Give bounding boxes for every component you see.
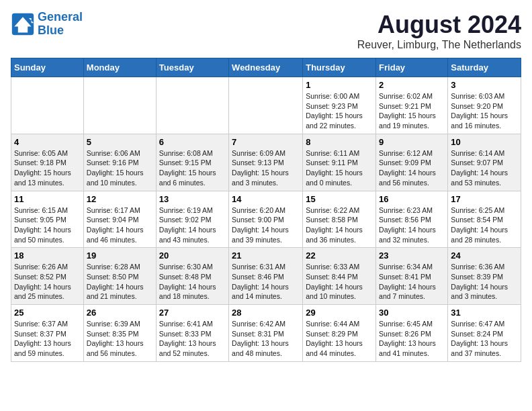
day-number: 26 (87, 308, 153, 318)
day-number: 7 (232, 137, 300, 147)
weekday-header-sunday: Sunday (11, 58, 84, 77)
calendar-cell: 19Sunrise: 6:28 AM Sunset: 8:50 PM Dayli… (83, 248, 156, 305)
day-number: 4 (14, 137, 81, 147)
week-row-3: 11Sunrise: 6:15 AM Sunset: 9:05 PM Dayli… (11, 191, 521, 248)
day-number: 18 (14, 250, 81, 261)
calendar-cell (11, 77, 84, 134)
calendar-cell: 10Sunrise: 6:14 AM Sunset: 9:07 PM Dayli… (448, 134, 521, 191)
calendar-cell: 2Sunrise: 6:02 AM Sunset: 9:21 PM Daylig… (376, 77, 448, 134)
weekday-header-saturday: Saturday (448, 58, 521, 77)
day-info: Sunrise: 6:08 AM Sunset: 9:15 PM Dayligh… (159, 148, 226, 188)
day-info: Sunrise: 6:03 AM Sunset: 9:20 PM Dayligh… (451, 91, 518, 131)
calendar-cell (83, 77, 156, 134)
day-info: Sunrise: 6:36 AM Sunset: 8:39 PM Dayligh… (451, 262, 518, 302)
day-number: 9 (379, 137, 445, 147)
header: General Blue August 2024 Reuver, Limburg… (11, 11, 521, 51)
calendar-cell: 30Sunrise: 6:45 AM Sunset: 8:26 PM Dayli… (376, 305, 448, 362)
day-number: 3 (451, 80, 518, 90)
day-number: 11 (14, 194, 81, 204)
day-info: Sunrise: 6:14 AM Sunset: 9:07 PM Dayligh… (451, 148, 518, 188)
calendar-cell: 4Sunrise: 6:05 AM Sunset: 9:18 PM Daylig… (11, 134, 84, 191)
calendar-cell: 11Sunrise: 6:15 AM Sunset: 9:05 PM Dayli… (11, 191, 84, 248)
day-number: 8 (306, 137, 373, 147)
day-number: 30 (379, 308, 445, 318)
weekday-header-wednesday: Wednesday (229, 58, 303, 77)
day-number: 17 (451, 194, 518, 204)
week-row-1: 1Sunrise: 6:00 AM Sunset: 9:23 PM Daylig… (11, 77, 521, 134)
weekday-header-friday: Friday (376, 58, 448, 77)
day-info: Sunrise: 6:22 AM Sunset: 8:58 PM Dayligh… (306, 205, 373, 245)
day-info: Sunrise: 6:42 AM Sunset: 8:31 PM Dayligh… (232, 319, 300, 359)
day-info: Sunrise: 6:39 AM Sunset: 8:35 PM Dayligh… (87, 319, 153, 359)
day-info: Sunrise: 6:11 AM Sunset: 9:11 PM Dayligh… (306, 148, 373, 188)
calendar-cell: 9Sunrise: 6:12 AM Sunset: 9:09 PM Daylig… (376, 134, 448, 191)
calendar-cell: 17Sunrise: 6:25 AM Sunset: 8:54 PM Dayli… (448, 191, 521, 248)
day-number: 2 (379, 80, 445, 90)
day-info: Sunrise: 6:31 AM Sunset: 8:46 PM Dayligh… (232, 262, 300, 302)
day-number: 13 (159, 194, 226, 204)
day-info: Sunrise: 6:30 AM Sunset: 8:48 PM Dayligh… (159, 262, 226, 302)
weekday-header-row: SundayMondayTuesdayWednesdayThursdayFrid… (11, 58, 521, 77)
calendar-cell: 3Sunrise: 6:03 AM Sunset: 9:20 PM Daylig… (448, 77, 521, 134)
calendar-cell: 5Sunrise: 6:06 AM Sunset: 9:16 PM Daylig… (83, 134, 156, 191)
month-title: August 2024 (357, 11, 521, 39)
title-area: August 2024 Reuver, Limburg, The Netherl… (357, 11, 521, 51)
location-title: Reuver, Limburg, The Netherlands (357, 39, 521, 51)
calendar-cell: 7Sunrise: 6:09 AM Sunset: 9:13 PM Daylig… (229, 134, 303, 191)
calendar-cell: 6Sunrise: 6:08 AM Sunset: 9:15 PM Daylig… (156, 134, 228, 191)
calendar-cell: 26Sunrise: 6:39 AM Sunset: 8:35 PM Dayli… (83, 305, 156, 362)
calendar-cell: 29Sunrise: 6:44 AM Sunset: 8:29 PM Dayli… (303, 305, 376, 362)
calendar-cell: 25Sunrise: 6:37 AM Sunset: 8:37 PM Dayli… (11, 305, 84, 362)
day-number: 21 (232, 250, 300, 261)
calendar-cell (156, 77, 228, 134)
logo: General Blue (11, 11, 83, 38)
week-row-5: 25Sunrise: 6:37 AM Sunset: 8:37 PM Dayli… (11, 305, 521, 362)
day-number: 23 (379, 250, 445, 261)
day-number: 20 (159, 250, 226, 261)
day-info: Sunrise: 6:09 AM Sunset: 9:13 PM Dayligh… (232, 148, 300, 188)
calendar-cell: 21Sunrise: 6:31 AM Sunset: 8:46 PM Dayli… (229, 248, 303, 305)
logo-text: General Blue (38, 11, 83, 38)
calendar-cell: 31Sunrise: 6:47 AM Sunset: 8:24 PM Dayli… (448, 305, 521, 362)
calendar-cell: 24Sunrise: 6:36 AM Sunset: 8:39 PM Dayli… (448, 248, 521, 305)
day-info: Sunrise: 6:02 AM Sunset: 9:21 PM Dayligh… (379, 91, 445, 131)
calendar-cell: 8Sunrise: 6:11 AM Sunset: 9:11 PM Daylig… (303, 134, 376, 191)
weekday-header-tuesday: Tuesday (156, 58, 228, 77)
day-info: Sunrise: 6:34 AM Sunset: 8:41 PM Dayligh… (379, 262, 445, 302)
day-info: Sunrise: 6:33 AM Sunset: 8:44 PM Dayligh… (306, 262, 373, 302)
day-info: Sunrise: 6:12 AM Sunset: 9:09 PM Dayligh… (379, 148, 445, 188)
day-info: Sunrise: 6:41 AM Sunset: 8:33 PM Dayligh… (159, 319, 226, 359)
weekday-header-thursday: Thursday (303, 58, 376, 77)
calendar-cell: 15Sunrise: 6:22 AM Sunset: 8:58 PM Dayli… (303, 191, 376, 248)
calendar-cell: 18Sunrise: 6:26 AM Sunset: 8:52 PM Dayli… (11, 248, 84, 305)
calendar-cell: 27Sunrise: 6:41 AM Sunset: 8:33 PM Dayli… (156, 305, 228, 362)
day-number: 22 (306, 250, 373, 261)
day-info: Sunrise: 6:00 AM Sunset: 9:23 PM Dayligh… (306, 91, 373, 131)
logo-icon (11, 12, 35, 36)
calendar-cell: 14Sunrise: 6:20 AM Sunset: 9:00 PM Dayli… (229, 191, 303, 248)
day-number: 27 (159, 308, 226, 318)
day-number: 29 (306, 308, 373, 318)
weekday-header-monday: Monday (83, 58, 156, 77)
day-info: Sunrise: 6:25 AM Sunset: 8:54 PM Dayligh… (451, 205, 518, 245)
day-info: Sunrise: 6:17 AM Sunset: 9:04 PM Dayligh… (87, 205, 153, 245)
day-info: Sunrise: 6:06 AM Sunset: 9:16 PM Dayligh… (87, 148, 153, 188)
day-info: Sunrise: 6:28 AM Sunset: 8:50 PM Dayligh… (87, 262, 153, 302)
day-number: 6 (159, 137, 226, 147)
day-number: 16 (379, 194, 445, 204)
week-row-2: 4Sunrise: 6:05 AM Sunset: 9:18 PM Daylig… (11, 134, 521, 191)
calendar-cell: 22Sunrise: 6:33 AM Sunset: 8:44 PM Dayli… (303, 248, 376, 305)
calendar-cell: 13Sunrise: 6:19 AM Sunset: 9:02 PM Dayli… (156, 191, 228, 248)
day-info: Sunrise: 6:23 AM Sunset: 8:56 PM Dayligh… (379, 205, 445, 245)
day-number: 10 (451, 137, 518, 147)
calendar-cell: 28Sunrise: 6:42 AM Sunset: 8:31 PM Dayli… (229, 305, 303, 362)
calendar-cell: 23Sunrise: 6:34 AM Sunset: 8:41 PM Dayli… (376, 248, 448, 305)
day-info: Sunrise: 6:37 AM Sunset: 8:37 PM Dayligh… (14, 319, 81, 359)
day-number: 24 (451, 250, 518, 261)
calendar-cell: 12Sunrise: 6:17 AM Sunset: 9:04 PM Dayli… (83, 191, 156, 248)
day-info: Sunrise: 6:26 AM Sunset: 8:52 PM Dayligh… (14, 262, 81, 302)
day-number: 1 (306, 80, 373, 90)
day-number: 25 (14, 308, 81, 318)
day-info: Sunrise: 6:20 AM Sunset: 9:00 PM Dayligh… (232, 205, 300, 245)
week-row-4: 18Sunrise: 6:26 AM Sunset: 8:52 PM Dayli… (11, 248, 521, 305)
